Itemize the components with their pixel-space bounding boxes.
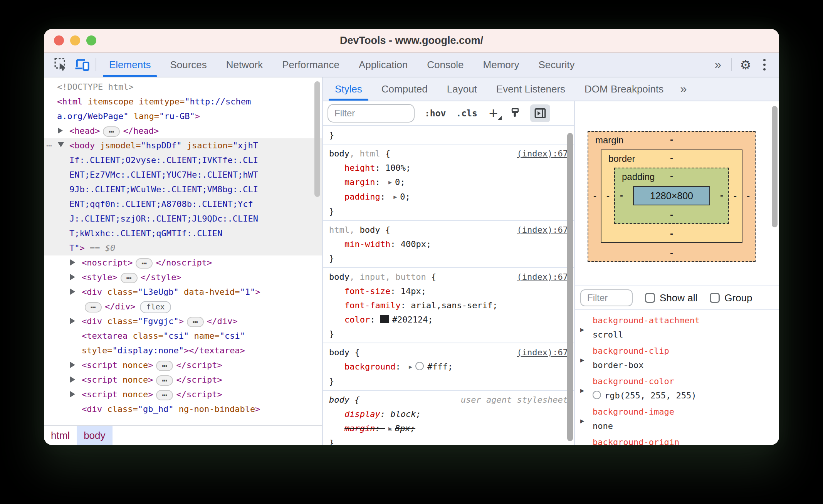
dom-tree-line[interactable]: <script nonce>⋯</script> [44,373,322,387]
expand-arrow-icon[interactable]: ▶ [580,323,584,337]
computed-property[interactable]: ▶background-originpadding-box [575,435,779,445]
expand-arrow-icon[interactable] [70,270,82,285]
css-property[interactable]: height: 100%; [329,161,568,175]
box-model-padding-right-value[interactable]: - [720,191,723,200]
box-model-padding-top-value[interactable]: - [670,171,673,181]
inline-expand-button[interactable]: ⋯ [85,302,102,312]
box-model-border-top-value[interactable]: - [670,153,673,163]
rule-selector[interactable]: body { [329,345,359,360]
tab-event-listeners[interactable]: Event Listeners [487,77,575,101]
breadcrumb-html[interactable]: html [44,426,77,445]
computed-filter-input[interactable] [580,289,633,306]
inline-expand-button[interactable]: ⋯ [156,390,173,400]
tab-console[interactable]: Console [417,53,473,77]
box-model-margin-right-value[interactable]: - [747,192,750,201]
rule-selector[interactable]: body { [329,393,359,407]
expand-shorthand-icon[interactable]: ▶ [388,425,392,432]
show-all-checkbox[interactable] [645,293,655,303]
box-model-margin-top-value[interactable]: - [670,135,673,144]
inline-expand-button[interactable]: ⋯ [156,375,173,386]
tab-security[interactable]: Security [529,53,584,77]
dom-tree-line[interactable]: a.org/WebPage" lang="ru-GB"> [44,109,322,124]
customize-devtools-button[interactable] [756,53,773,77]
expand-arrow-icon[interactable] [70,255,82,270]
toggle-device-toolbar-button[interactable] [72,53,92,77]
rule-selector[interactable]: html, body { [329,223,390,237]
rule-selector[interactable]: body, input, button { [329,270,436,284]
group-checkbox[interactable] [710,293,720,303]
tab-network[interactable]: Network [217,53,272,77]
dom-tree-line[interactable]: <div class="Fgvgjc">⋯</div> [44,314,322,329]
expand-shorthand-icon[interactable]: ▶ [388,179,392,186]
dom-tree-line[interactable]: ENT;qqf0n:.CLIENT;A8708b:.CLIENT;Ycf [44,197,322,212]
color-swatch[interactable] [380,315,389,323]
stylesheet-link[interactable]: (index):67 [517,223,568,237]
dom-tree-line[interactable]: ⋯<body jsmodel="hspDDf" jsaction="xjhT [44,138,322,153]
css-property[interactable]: padding: ▶0; [329,190,568,204]
box-model-border[interactable]: border padding 1280×800 ---- ---- [601,150,742,243]
expand-shorthand-icon[interactable]: ▶ [409,363,412,370]
dom-tree-line[interactable]: <noscript>⋯</noscript> [44,255,322,270]
tab-computed[interactable]: Computed [372,77,437,101]
settings-button[interactable]: ⚙ [735,53,756,77]
expand-arrow-icon[interactable] [70,358,82,373]
expand-arrow-icon[interactable] [58,124,69,138]
dom-tree-line[interactable]: <div class="L3eUgb" data-hveid="1"> [44,285,322,299]
rendering-emulations-button[interactable] [509,107,522,120]
box-model-border-bottom-value[interactable]: - [670,229,673,238]
rule-selector[interactable]: body, html { [329,146,390,161]
dom-tree-line[interactable]: <textarea class="csi" name="csi" [44,329,322,343]
dom-tree-line[interactable]: T;kWlxhc:.CLIENT;qGMTIf:.CLIEN [44,226,322,241]
expand-arrow-icon[interactable]: ▶ [580,444,584,445]
tab-styles[interactable]: Styles [325,77,372,101]
more-sidebar-tabs-button[interactable]: » [673,77,694,101]
expand-arrow-icon[interactable]: ▶ [580,383,584,398]
dom-tree-line[interactable]: ⋯</div>flex [44,299,322,314]
box-model-content[interactable]: 1280×800 [633,186,710,205]
box-model-margin-left-value[interactable]: - [593,192,596,201]
stylesheet-link[interactable]: (index):67 [517,345,568,360]
expand-arrow-icon[interactable] [70,285,82,299]
css-property[interactable]: display: block; [329,407,568,421]
close-button[interactable] [54,35,64,45]
tab-elements[interactable]: Elements [99,53,160,77]
css-property[interactable]: margin: ▶0; [329,175,568,190]
box-model-padding-left-value[interactable]: - [620,191,623,200]
dom-tree-line[interactable]: <script nonce>⋯</script> [44,358,322,373]
toggle-computed-sidebar-button[interactable] [530,104,550,122]
styles-scrollbar[interactable] [567,133,573,441]
inline-expand-button[interactable]: ⋯ [187,317,204,327]
computed-property[interactable]: ▶background-imagenone [575,405,779,433]
color-swatch[interactable] [593,391,601,399]
stylesheet-link[interactable]: (index):67 [517,146,568,161]
toggle-element-state-button[interactable]: :hov [425,108,446,118]
dom-tree-line[interactable]: J:.CLIENT;szjOR:.CLIENT;JL9QDc:.CLIEN [44,212,322,226]
styles-filter-input[interactable] [328,104,415,123]
css-property[interactable]: margin: ▶8px; [329,421,568,436]
dom-tree-line[interactable]: <!DOCTYPE html> [44,80,322,94]
stylesheet-link[interactable]: (index):67 [517,270,568,284]
new-style-rule-button[interactable]: + [489,108,498,119]
expand-arrow-icon[interactable]: ▶ [580,353,584,367]
zoom-button[interactable] [86,35,96,45]
css-property[interactable]: background: ▶#fff; [329,360,568,374]
expand-arrow-icon[interactable] [70,387,82,402]
dom-tree-line[interactable]: <div class="gb_hd" ng-non-bindable> [44,402,322,417]
tab-dom-breakpoints[interactable]: DOM Breakpoints [575,77,673,101]
flex-badge[interactable]: flex [140,301,171,313]
inline-expand-button[interactable]: ⋯ [121,273,138,283]
color-swatch[interactable] [415,362,424,370]
tab-sources[interactable]: Sources [160,53,216,77]
computed-property[interactable]: ▶background-colorrgb(255, 255, 255) [575,374,779,403]
more-tabs-button[interactable]: » [708,53,728,77]
tab-performance[interactable]: Performance [272,53,349,77]
tab-application[interactable]: Application [349,53,417,77]
expand-shorthand-icon[interactable]: ▶ [393,193,397,200]
box-model-margin-bottom-value[interactable]: - [670,248,673,257]
dom-tree-line[interactable]: style="display:none"></textarea> [44,343,322,358]
collapse-arrow-icon[interactable] [58,138,69,153]
tab-memory[interactable]: Memory [474,53,529,77]
box-model-border-right-value[interactable]: - [734,191,737,200]
minimize-button[interactable] [70,35,80,45]
dom-tree-line[interactable]: T"> == $0 [44,241,322,255]
